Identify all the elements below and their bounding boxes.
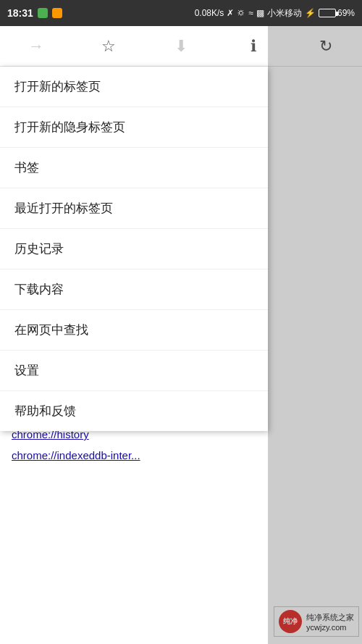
status-right: 0.08K/s ✗ ⛭ ≈ ▩ 小米移动 ⚡ 69% — [195, 7, 355, 20]
orange-indicator — [52, 8, 62, 18]
menu-item-settings[interactable]: 设置 — [0, 351, 268, 391]
bookmark-icon[interactable]: ☆ — [94, 32, 123, 61]
charging-icon: ⚡ — [305, 8, 316, 18]
wifi-icon: ≈ — [248, 8, 253, 18]
menu-item-new-tab[interactable]: 打开新的标签页 — [0, 67, 268, 107]
menu-item-history[interactable]: 历史记录 — [0, 229, 268, 269]
green-indicator — [38, 8, 48, 18]
dim-overlay — [268, 26, 362, 644]
menu-item-recent-tabs[interactable]: 最近打开的标签页 — [0, 188, 268, 229]
dropdown-overlay: → ☆ ⬇ ℹ ↻ 打开新的标签页 打开新的隐身标签页 书签 最近打开的标签页 … — [0, 26, 362, 644]
battery: 69% — [319, 8, 355, 18]
back-icon[interactable]: → — [22, 32, 51, 61]
menu-item-find-in-page[interactable]: 在网页中查找 — [0, 310, 268, 351]
battery-percent: 69% — [337, 8, 355, 18]
network-speed: 0.08K/s — [195, 8, 224, 18]
signal-icon: ▩ — [256, 8, 264, 18]
menu-item-incognito[interactable]: 打开新的隐身标签页 — [0, 107, 268, 148]
info-icon[interactable]: ℹ — [239, 32, 268, 61]
status-bar: 18:31 0.08K/s ✗ ⛭ ≈ ▩ 小米移动 ⚡ 69% — [0, 0, 362, 26]
carrier: 小米移动 — [267, 7, 302, 20]
menu-item-help[interactable]: 帮助和反馈 — [0, 391, 268, 431]
status-left: 18:31 — [7, 7, 62, 19]
bluetooth-icon: ✗ — [227, 8, 234, 18]
status-time: 18:31 — [7, 7, 33, 19]
mute-icon: ⛭ — [237, 8, 245, 18]
download-icon[interactable]: ⬇ — [167, 32, 195, 61]
menu-panel: 打开新的标签页 打开新的隐身标签页 书签 最近打开的标签页 历史记录 下载内容 … — [0, 67, 268, 431]
menu-item-downloads[interactable]: 下载内容 — [0, 269, 268, 310]
menu-item-bookmarks[interactable]: 书签 — [0, 148, 268, 188]
